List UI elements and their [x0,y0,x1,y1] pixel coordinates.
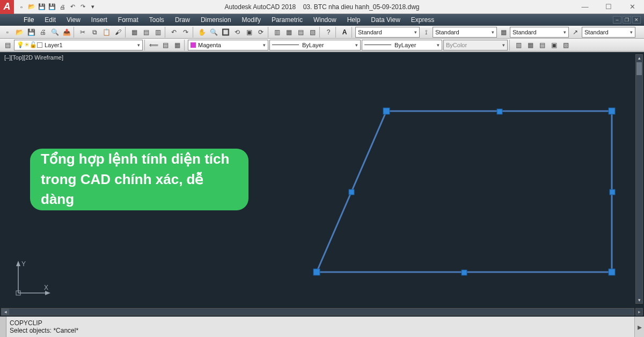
ws-icon-1[interactable]: ▥ [513,40,524,50]
drawing-area[interactable]: [–][Top][2D Wireframe] Y X Tổng hợp lệnh… [0,52,644,317]
grip-mid-left[interactable] [349,189,354,195]
selected-polyline[interactable] [295,95,628,299]
plotstyle-dropdown[interactable]: ByColor [443,40,508,50]
save-doc-icon[interactable]: 💾 [26,27,36,38]
tool-palette-icon[interactable]: ▤ [295,27,306,38]
menu-parametric[interactable]: Parametric [266,14,308,26]
saveas-icon[interactable]: 💾 [48,3,56,11]
command-history[interactable]: COPYCLIP Select objects: *Cancel* [6,317,634,337]
menu-insert[interactable]: Insert [86,14,113,26]
sheet-icon[interactable]: ▥ [152,27,163,38]
viewport-label[interactable]: [–][Top][2D Wireframe] [4,54,63,61]
menu-dimension[interactable]: Dimension [195,14,237,26]
zoom-icon[interactable]: 🔍 [208,27,219,38]
matchprop-icon[interactable]: 🖌 [113,27,123,38]
maximize-button[interactable]: ☐ [597,0,620,14]
save-icon[interactable]: 💾 [38,3,46,11]
table-style-dropdown[interactable]: Standard [510,27,569,38]
new-doc-icon[interactable]: ▫ [2,27,13,38]
zoom-prev-icon[interactable]: ⟲ [232,27,243,38]
scroll-up-icon[interactable]: ▴ [636,55,642,61]
scroll-right-icon[interactable]: ▸ [635,308,643,316]
lineweight-dropdown[interactable]: ByLayer [362,40,442,50]
mleader-style-dropdown[interactable]: Standard [582,27,635,38]
menu-tools[interactable]: Tools [144,14,170,26]
zoom-window-icon[interactable]: 🔲 [220,27,231,38]
print-icon[interactable]: 🖨 [58,3,67,11]
grip-mid-top[interactable] [497,109,502,114]
plot-icon[interactable]: 🖨 [38,27,48,38]
text-style-icon[interactable]: A [339,27,350,38]
doc-minimize-button[interactable]: – [613,16,621,24]
linetype-dropdown[interactable]: ByLayer [269,40,361,50]
layer-iso-icon[interactable]: ▦ [172,40,182,50]
cut-icon[interactable]: ✂ [77,27,88,38]
doc-close-button[interactable]: ✕ [632,16,641,24]
color-dropdown[interactable]: Magenta [188,40,268,50]
menu-dataview[interactable]: Data View [365,14,405,26]
grip-top-right[interactable] [609,108,615,114]
redo-icon[interactable]: ↷ [78,3,87,11]
publish-icon[interactable]: 📤 [61,27,72,38]
grip-mid-bottom[interactable] [462,270,467,275]
grip-top-left[interactable] [383,108,390,114]
menu-express[interactable]: Express [406,14,440,26]
new-icon[interactable]: ▫ [17,3,26,11]
horizontal-scrollbar[interactable]: ◂ [1,308,634,316]
vertical-scrollbar[interactable]: ▴ ▾ [635,54,643,304]
layer-prev-icon[interactable]: ⟸ [148,40,159,50]
table-style-icon[interactable]: ▦ [498,27,509,38]
calc-icon[interactable]: ▧ [307,27,318,38]
text-style-dropdown[interactable]: Standard [355,27,420,38]
grip-mid-right[interactable] [610,189,615,195]
paste-icon[interactable]: 📋 [101,27,112,38]
separator [352,27,354,38]
dim-style-dropdown[interactable]: Standard [433,27,497,38]
qat-more-icon[interactable]: ▾ [89,3,97,11]
minimize-button[interactable]: — [573,0,597,14]
regen-icon[interactable]: ⟳ [255,27,266,38]
design-center-icon[interactable]: ▦ [283,27,294,38]
layer-state-icon[interactable]: ▤ [160,40,171,50]
pan-icon[interactable]: ✋ [196,27,207,38]
undo2-icon[interactable]: ↶ [169,27,179,38]
menu-modify[interactable]: Modify [237,14,266,26]
grip-bottom-left[interactable] [313,269,320,275]
command-expand-icon[interactable]: ▸ [634,317,644,337]
menu-format[interactable]: Format [113,14,144,26]
menu-edit[interactable]: Edit [39,14,61,26]
ws-icon-4[interactable]: ▣ [548,40,559,50]
ws-icon-2[interactable]: ▦ [525,40,536,50]
scroll-down-icon[interactable]: ▾ [636,297,642,303]
ws-icon-3[interactable]: ▤ [537,40,547,50]
copy-icon[interactable]: ⧉ [89,27,100,38]
block-icon[interactable]: ▦ [129,27,140,38]
zoom-ext-icon[interactable]: ▣ [244,27,254,38]
grip-bottom-right[interactable] [609,269,615,275]
open-doc-icon[interactable]: 📂 [14,27,25,38]
redo2-icon[interactable]: ↷ [180,27,191,38]
xref-icon[interactable]: ▤ [141,27,151,38]
mleader-style-icon[interactable]: ↗ [570,27,581,38]
layer-manager-icon[interactable]: ▤ [2,40,13,50]
undo-icon[interactable]: ↶ [68,3,77,11]
scroll-left-icon[interactable]: ◂ [2,309,9,315]
close-button[interactable]: ✕ [620,0,644,14]
app-logo[interactable]: A [0,0,14,14]
layer-dropdown[interactable]: 💡 ☀ 🔓 Layer1 [14,40,143,50]
ws-icon-5[interactable]: ▧ [560,40,571,50]
doc-restore-button[interactable]: ❐ [623,16,631,24]
scroll-thumb-v[interactable] [636,62,642,75]
menu-window[interactable]: Window [308,14,342,26]
open-icon[interactable]: 📂 [27,3,36,11]
help-icon[interactable]: ? [323,27,334,38]
dim-style-icon[interactable]: ⟟ [421,27,431,38]
properties-icon[interactable]: ▥ [272,27,282,38]
menu-draw[interactable]: Draw [170,14,195,26]
polyline-shape[interactable] [317,111,612,272]
menu-view[interactable]: View [61,14,86,26]
command-drag-handle[interactable] [0,317,6,337]
menu-help[interactable]: Help [342,14,366,26]
preview-icon[interactable]: 🔍 [49,27,60,38]
menu-file[interactable]: File [18,14,39,26]
